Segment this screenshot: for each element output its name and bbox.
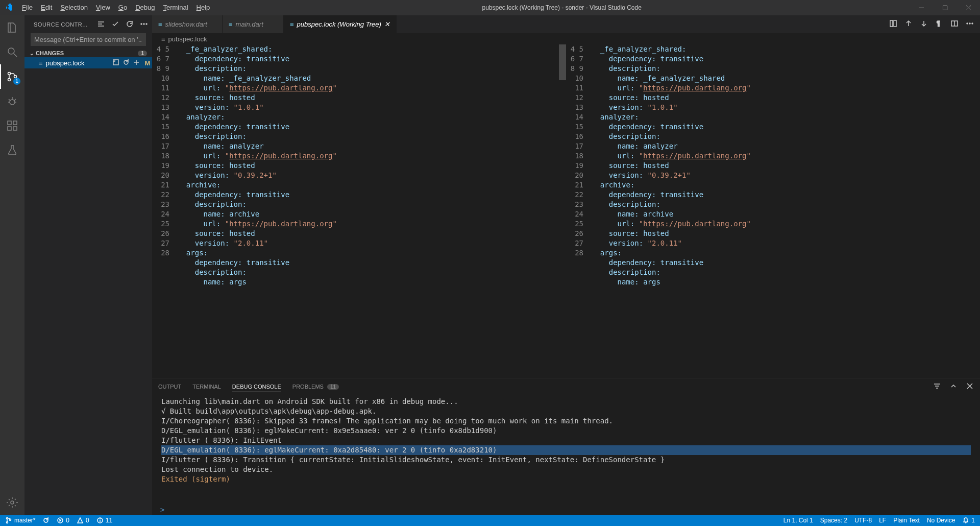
search-icon[interactable] (0, 40, 24, 64)
tab-terminal[interactable]: TERMINAL (192, 381, 221, 392)
device-selector[interactable]: No Device (927, 517, 955, 524)
debug-icon[interactable] (0, 89, 24, 113)
svg-line-12 (14, 99, 16, 101)
tab-output[interactable]: OUTPUT (158, 381, 181, 392)
cursor-position[interactable]: Ln 1, Col 1 (783, 517, 813, 524)
menu-help[interactable]: Help (192, 0, 214, 15)
previous-change-icon[interactable] (904, 19, 913, 29)
error-count[interactable]: 0 (57, 517, 69, 524)
close-icon[interactable]: ✕ (384, 20, 390, 28)
changed-file-row[interactable]: ≡ pubspec.lock M (24, 57, 152, 68)
debug-console-output[interactable]: Launching lib\main.dart on Android SDK b… (152, 395, 980, 505)
explorer-icon[interactable] (0, 15, 24, 40)
collapse-icon[interactable] (949, 382, 958, 391)
console-line: D/EGL_emulation( 8336): eglMakeCurrent: … (161, 426, 971, 436)
next-change-icon[interactable] (920, 19, 928, 29)
svg-point-36 (967, 23, 968, 24)
svg-point-25 (146, 23, 147, 25)
commit-input[interactable] (31, 33, 146, 46)
refresh-icon[interactable] (126, 20, 134, 29)
commit-message-input[interactable] (31, 33, 146, 46)
svg-line-11 (9, 99, 10, 101)
close-button[interactable] (957, 0, 980, 15)
tab-debug-console[interactable]: DEBUG CONSOLE (232, 381, 281, 392)
commit-icon[interactable] (111, 20, 119, 29)
svg-rect-18 (13, 121, 17, 125)
svg-point-7 (8, 79, 11, 81)
console-line: I/flutter ( 8336): Transition { currentS… (161, 455, 971, 465)
svg-rect-15 (8, 121, 11, 125)
info-count[interactable]: 11 (96, 517, 112, 524)
open-file-icon[interactable] (112, 59, 119, 67)
editor-left[interactable]: 4 5 6 7 8 9 10 11 12 13 14 15 16 17 18 1… (152, 44, 566, 378)
file-icon: ≡ (229, 20, 233, 28)
sidebar-title: SOURCE CONTR... (34, 21, 97, 28)
editor-tab[interactable]: ≡pubspec.lock (Working Tree)✕ (284, 15, 397, 33)
eol[interactable]: LF (879, 517, 886, 524)
panel-tabs: OUTPUT TERMINAL DEBUG CONSOLE PROBLEMS 1… (152, 378, 980, 395)
maximize-button[interactable] (933, 0, 957, 15)
svg-rect-26 (113, 60, 118, 65)
window-controls (910, 0, 980, 15)
svg-point-24 (143, 23, 144, 25)
svg-point-4 (8, 48, 14, 54)
console-line: Lost connection to device. (161, 465, 971, 474)
beaker-icon[interactable] (0, 138, 24, 162)
menu-go[interactable]: Go (114, 0, 131, 15)
split-editor-icon[interactable] (950, 19, 959, 29)
scrollbar-thumb[interactable] (559, 44, 566, 80)
close-panel-icon[interactable] (966, 382, 974, 391)
menu-file[interactable]: File (18, 0, 37, 15)
more-icon[interactable] (140, 20, 148, 29)
svg-point-9 (10, 100, 15, 105)
titlebar: FileEditSelectionViewGoDebugTerminalHelp… (0, 0, 980, 15)
menubar: FileEditSelectionViewGoDebugTerminalHelp (18, 0, 214, 15)
svg-point-37 (969, 23, 970, 24)
tab-problems[interactable]: PROBLEMS 11 (292, 381, 339, 392)
menu-terminal[interactable]: Terminal (159, 0, 192, 15)
source-control-icon[interactable]: 1 (0, 64, 24, 89)
editor-tab[interactable]: ≡slideshow.dart✕ (152, 15, 223, 33)
encoding[interactable]: UTF-8 (854, 517, 872, 524)
console-line: D/EGL_emulation( 8336): eglMakeCurrent: … (161, 445, 971, 455)
language-mode[interactable]: Plain Text (893, 517, 920, 524)
svg-point-45 (7, 522, 8, 523)
svg-rect-1 (943, 6, 947, 10)
compare-icon[interactable] (889, 19, 897, 29)
menu-selection[interactable]: Selection (56, 0, 91, 15)
editor-actions: ¶ (883, 15, 980, 33)
warning-count[interactable]: 0 (77, 517, 89, 524)
branch-indicator[interactable]: master* (5, 517, 35, 524)
diff-editor: 4 5 6 7 8 9 10 11 12 13 14 15 16 17 18 1… (152, 44, 980, 378)
editor-area: ≡slideshow.dart✕≡main.dart✕≡pubspec.lock… (152, 15, 980, 515)
breadcrumb[interactable]: ≡ pubspec.lock (152, 33, 980, 44)
editor-tab[interactable]: ≡main.dart✕ (223, 15, 284, 33)
editor-right[interactable]: 4 5 6 7 8 9 10 11 12 13 14 15 16 17 18 1… (566, 44, 980, 378)
svg-point-52 (100, 519, 100, 519)
more-actions-icon[interactable] (966, 19, 974, 29)
stage-icon[interactable] (133, 59, 140, 67)
extensions-icon[interactable] (0, 113, 24, 138)
console-line: Launching lib\main.dart on Android SDK b… (161, 397, 971, 407)
menu-edit[interactable]: Edit (37, 0, 56, 15)
sync-indicator[interactable] (42, 517, 50, 524)
window-title: pubspec.lock (Working Tree) - sonder - V… (214, 4, 910, 11)
notifications[interactable]: 1 (962, 517, 975, 524)
menu-debug[interactable]: Debug (131, 0, 159, 15)
svg-rect-17 (13, 127, 17, 130)
minimize-button[interactable] (910, 0, 933, 15)
svg-point-19 (11, 501, 14, 504)
view-tree-icon[interactable] (97, 20, 105, 29)
whitespace-icon[interactable]: ¶ (935, 19, 943, 29)
filter-icon[interactable] (933, 382, 941, 391)
changes-section[interactable]: ⌄ CHANGES 1 (24, 49, 152, 57)
svg-point-38 (972, 23, 973, 24)
debug-console-input[interactable]: > (152, 505, 980, 515)
breadcrumb-file: pubspec.lock (168, 35, 207, 43)
svg-rect-16 (8, 127, 11, 130)
settings-icon[interactable] (0, 490, 24, 515)
menu-view[interactable]: View (92, 0, 114, 15)
minimap[interactable] (970, 44, 980, 378)
indentation[interactable]: Spaces: 2 (820, 517, 847, 524)
discard-icon[interactable] (122, 59, 130, 67)
